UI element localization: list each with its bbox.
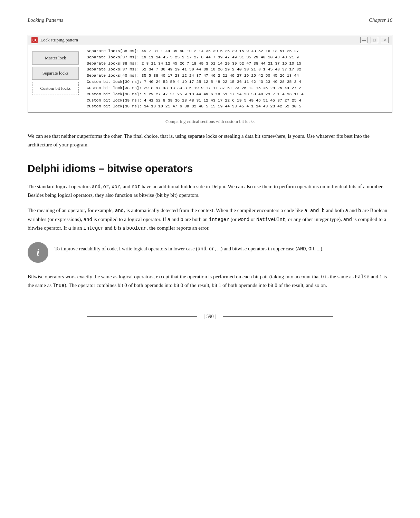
figure-caption: Comparing critical sections with custom … <box>28 119 392 124</box>
sidebar: Master lock Separate locks Custom bit lo… <box>28 45 83 112</box>
data-line: Separate locks[38 ms]: 2 8 11 34 12 45 2… <box>87 60 389 67</box>
sidebar-item-master-lock[interactable]: Master lock <box>32 51 79 65</box>
code-b-3: b <box>114 226 116 231</box>
body-paragraph-1: We can see that neither outperforms the … <box>28 132 392 149</box>
code-b: b <box>358 208 361 213</box>
code-or-lower: or <box>209 246 215 252</box>
data-line: Custom bit lock[38 ms]: 34 13 10 21 47 6… <box>87 103 389 109</box>
header-left: Locking Patterns <box>28 17 63 23</box>
code-a-3: a <box>68 226 71 231</box>
footer-line-left <box>87 316 197 317</box>
close-button[interactable]: × <box>381 37 389 43</box>
info-box: i To improve readability of code, I writ… <box>28 241 392 264</box>
data-lines: Separate locks[38 ms]: 49 7 31 1 44 35 4… <box>87 48 389 109</box>
maximize-button[interactable]: □ <box>371 37 378 43</box>
data-line: Separate locks[37 ms]: 52 34 7 36 49 19 … <box>87 66 389 73</box>
data-line: Separate locks[37 ms]: 19 11 14 45 5 25 … <box>87 54 389 60</box>
window-app-icon: OX <box>31 37 38 43</box>
code-or: or <box>103 184 109 190</box>
code-and-lower: and <box>198 246 206 252</box>
info-icon: i <box>28 242 48 263</box>
page-footer: [ 590 ] <box>28 310 392 319</box>
code-integer: integer <box>209 217 229 222</box>
body-paragraph-2: The standard logical operators and, or, … <box>28 182 392 200</box>
body-paragraph-3: The meaning of an operator, for example,… <box>28 206 392 232</box>
window-titlebar-left: OX Lock striping pattern <box>31 37 78 43</box>
code-b-2: b <box>180 217 183 222</box>
code-xor: xor <box>112 184 120 190</box>
window-title: Lock striping pattern <box>40 37 78 43</box>
section-heading: Delphi idioms – bitwise operators <box>28 162 392 175</box>
window-controls: — □ × <box>360 37 389 43</box>
footer-line-right <box>223 316 333 317</box>
code-word: word <box>238 217 250 222</box>
data-line: Custom bit lock[38 ms]: 29 8 47 48 13 30… <box>87 85 389 91</box>
window-titlebar: OX Lock striping pattern — □ × <box>28 35 392 45</box>
footer-page-number: [ 590 ] <box>197 314 222 319</box>
data-line: Custom bit lock[38 ms]: 5 29 27 47 31 25… <box>87 91 389 97</box>
code-and: and <box>92 184 101 190</box>
code-false: False <box>355 274 370 280</box>
minimize-button[interactable]: — <box>360 37 368 43</box>
code-and-upper: AND <box>297 246 306 252</box>
data-line: Separate locks[40 ms]: 35 5 38 40 17 28 … <box>87 73 389 79</box>
data-line: Separate locks[38 ms]: 49 7 31 1 44 35 4… <box>87 48 389 54</box>
code-and-4: and <box>343 217 352 222</box>
code-a-and-b: a and b <box>304 208 325 213</box>
code-integer-2: integer <box>83 226 104 231</box>
sidebar-item-custom-bit-locks[interactable]: Custom bit locks <box>32 82 79 95</box>
code-nativeuint: NativeUInt <box>256 217 285 222</box>
page-header: Locking Patterns Chapter 16 <box>28 17 392 25</box>
code-and-2: and <box>115 208 124 213</box>
body-paragraph-4: Bitwise operators work exactly the same … <box>28 272 392 290</box>
info-text: To improve readability of code, I write … <box>55 242 323 253</box>
code-and-3: and <box>84 217 92 222</box>
code-true: True <box>53 283 65 288</box>
code-a-2: a <box>168 217 170 222</box>
data-area: Separate locks[38 ms]: 49 7 31 1 44 35 4… <box>83 45 392 112</box>
header-right: Chapter 16 <box>369 17 392 23</box>
svg-text:OX: OX <box>32 38 37 42</box>
code-not: not <box>132 184 140 190</box>
code-a: a <box>345 208 348 213</box>
window-content: Master lock Separate locks Custom bit lo… <box>28 45 392 112</box>
window-box: OX Lock striping pattern — □ × Master lo… <box>28 35 392 113</box>
data-line: Custom bit lock[39 ms]: 4 41 52 8 39 36 … <box>87 97 389 104</box>
data-line: Custom bit lock[39 ms]: 7 40 24 52 50 4 … <box>87 79 389 85</box>
code-or-upper: OR <box>308 246 314 252</box>
sidebar-item-separate-locks[interactable]: Separate locks <box>32 67 79 80</box>
code-boolean: boolean <box>126 226 147 231</box>
